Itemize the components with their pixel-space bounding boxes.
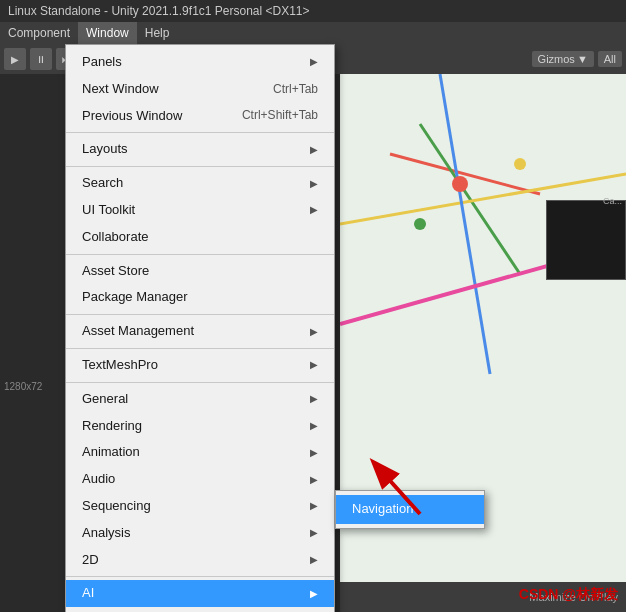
arrow-icon: ▶: [310, 357, 318, 373]
arrow-icon: ▶: [310, 445, 318, 461]
separator-3: [66, 254, 334, 255]
arrow-icon: ▶: [310, 586, 318, 602]
separator-2: [66, 166, 334, 167]
separator-4: [66, 314, 334, 315]
arrow-icon: ▶: [310, 324, 318, 340]
menu-item-search[interactable]: Search ▶: [66, 170, 334, 197]
arrow-icon: ▶: [310, 202, 318, 218]
arrow-icon: ▶: [310, 176, 318, 192]
menu-item-analysis[interactable]: Analysis ▶: [66, 520, 334, 547]
svg-point-7: [514, 158, 526, 170]
titlebar: Linux Standalone - Unity 2021.1.9f1c1 Pe…: [0, 0, 626, 22]
menubar: Component Window Help: [0, 22, 626, 44]
menu-item-visual-scripting[interactable]: Visual Scripting ▶: [66, 607, 334, 612]
arrow-icon: ▶: [310, 142, 318, 158]
camera-label: Ca...: [603, 196, 622, 206]
menu-item-2d[interactable]: 2D ▶: [66, 547, 334, 574]
toolbar-icon-play[interactable]: ▶: [4, 48, 26, 70]
camera-preview-box: [546, 200, 626, 280]
gizmos-button[interactable]: Gizmos ▼: [532, 51, 594, 67]
arrow-icon: ▶: [310, 472, 318, 488]
svg-line-3: [440, 74, 490, 374]
resolution-text: 1280x72: [4, 381, 42, 392]
window-dropdown-menu: Panels ▶ Next Window Ctrl+Tab Previous W…: [65, 44, 335, 612]
all-button[interactable]: All: [598, 51, 622, 67]
menu-item-collaborate[interactable]: Collaborate: [66, 224, 334, 251]
svg-point-6: [414, 218, 426, 230]
arrow-icon: ▶: [310, 525, 318, 541]
arrow-icon: ▶: [310, 418, 318, 434]
menu-item-asset-management[interactable]: Asset Management ▶: [66, 318, 334, 345]
arrow-icon: ▶: [310, 391, 318, 407]
menu-item-rendering[interactable]: Rendering ▶: [66, 413, 334, 440]
titlebar-text: Linux Standalone - Unity 2021.1.9f1c1 Pe…: [8, 4, 310, 18]
menu-item-sequencing[interactable]: Sequencing ▶: [66, 493, 334, 520]
menu-item-layouts[interactable]: Layouts ▶: [66, 136, 334, 163]
separator-7: [66, 576, 334, 577]
arrow-icon: ▶: [310, 498, 318, 514]
arrow-icon: ▶: [310, 552, 318, 568]
annotation-arrow: [355, 444, 435, 527]
toolbar-icon-pause[interactable]: ⏸: [30, 48, 52, 70]
menu-item-textmeshpro[interactable]: TextMeshPro ▶: [66, 352, 334, 379]
menu-item-ai[interactable]: AI ▶: [66, 580, 334, 607]
menubar-item-window[interactable]: Window: [78, 22, 137, 44]
menu-item-general[interactable]: General ▶: [66, 386, 334, 413]
menu-item-asset-store[interactable]: Asset Store: [66, 258, 334, 285]
svg-line-9: [375, 464, 420, 514]
separator-6: [66, 382, 334, 383]
menu-item-next-window[interactable]: Next Window Ctrl+Tab: [66, 76, 334, 103]
menu-item-panels[interactable]: Panels ▶: [66, 49, 334, 76]
menu-item-package-manager[interactable]: Package Manager: [66, 284, 334, 311]
menubar-item-help[interactable]: Help: [137, 22, 178, 44]
menubar-item-component[interactable]: Component: [0, 22, 78, 44]
menu-item-audio[interactable]: Audio ▶: [66, 466, 334, 493]
separator-1: [66, 132, 334, 133]
menu-item-ui-toolkit[interactable]: UI Toolkit ▶: [66, 197, 334, 224]
menu-item-animation[interactable]: Animation ▶: [66, 439, 334, 466]
watermark-text: CSDN @林新发: [519, 586, 618, 604]
arrow-icon: ▶: [310, 54, 318, 70]
menu-item-previous-window[interactable]: Previous Window Ctrl+Shift+Tab: [66, 103, 334, 130]
svg-point-5: [452, 176, 468, 192]
separator-5: [66, 348, 334, 349]
